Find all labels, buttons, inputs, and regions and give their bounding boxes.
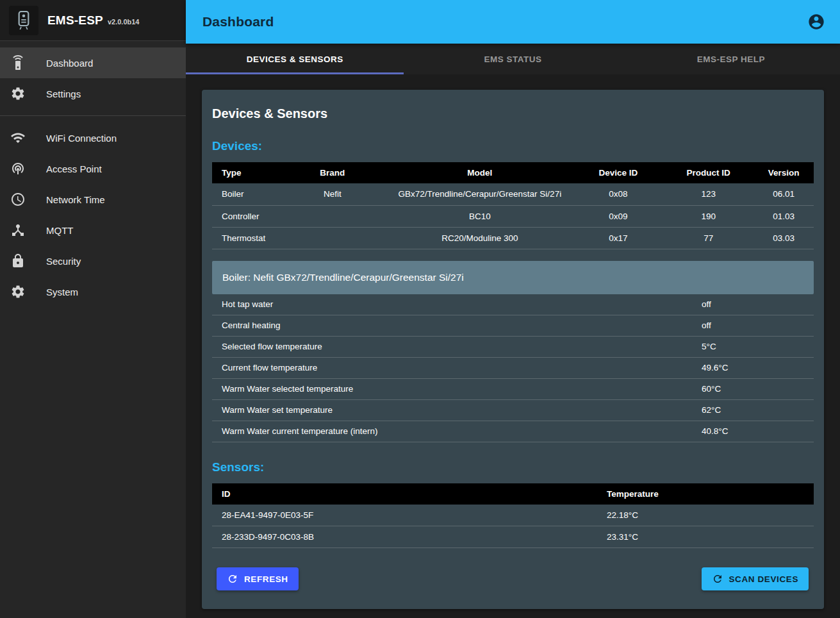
sensor-id: 28-EA41-9497-0E03-5F	[212, 505, 597, 526]
detail-label: Central heating	[222, 321, 702, 330]
app-title-wrap: EMS-ESP v2.0.0b14	[47, 13, 139, 28]
scan-devices-button-label: SCAN DEVICES	[729, 574, 798, 584]
boiler-detail-row: Central heating off	[212, 315, 814, 337]
boiler-detail-row: Selected flow temperature 5°C	[212, 337, 814, 358]
detail-value: 62°C	[702, 405, 814, 415]
refresh-icon	[712, 573, 723, 585]
sidebar-item-dashboard[interactable]: Dashboard	[0, 47, 186, 78]
device-version: 01.03	[754, 205, 814, 227]
gear-icon	[10, 86, 26, 101]
sidebar-item-label: MQTT	[46, 225, 74, 236]
device-product-id: 77	[663, 227, 754, 249]
tab-label: EMS-ESP HELP	[697, 54, 765, 64]
tab-bar: DEVICES & SENSORS EMS STATUS EMS-ESP HEL…	[186, 44, 840, 74]
tab-ems-status[interactable]: EMS STATUS	[404, 44, 622, 74]
devices-heading: Devices:	[212, 139, 814, 153]
sidebar-item-label: Settings	[46, 88, 81, 99]
detail-value: off	[702, 299, 814, 309]
sensors-table-header-row: ID Temperature	[212, 483, 814, 505]
app-title: EMS-ESP	[47, 13, 103, 28]
device-row-boiler[interactable]: Boiler Nefit GBx72/Trendline/Cerapur/Gre…	[212, 183, 814, 205]
sidebar-item-mqtt[interactable]: MQTT	[0, 215, 186, 246]
tab-ems-esp-help[interactable]: EMS-ESP HELP	[622, 44, 840, 74]
device-version: 06.01	[754, 183, 814, 205]
sensor-row: 28-233D-9497-0C03-8B 23.31°C	[212, 526, 814, 548]
device-row-thermostat[interactable]: Thermostat RC20/Moduline 300 0x17 77 03.…	[212, 227, 814, 249]
detail-label: Warm Water current temperature (intern)	[222, 426, 702, 436]
device-version: 03.03	[754, 227, 814, 249]
refresh-button[interactable]: REFRESH	[217, 567, 299, 590]
page-title: Dashboard	[202, 14, 274, 29]
device-id: 0x09	[573, 205, 663, 227]
device-model: GBx72/Trendline/Cerapur/Greenstar Si/27i	[386, 183, 573, 205]
detail-label: Warm Water selected temperature	[222, 384, 702, 394]
sidebar: EMS-ESP v2.0.0b14 Dashboard Settings	[0, 0, 186, 618]
sidebar-item-label: WiFi Connection	[46, 133, 117, 144]
device-hub-icon	[10, 222, 26, 238]
gear-icon	[10, 284, 26, 299]
detail-label: Selected flow temperature	[222, 342, 702, 351]
sidebar-item-settings[interactable]: Settings	[0, 78, 186, 109]
tab-devices-sensors[interactable]: DEVICES & SENSORS	[186, 44, 404, 74]
boiler-panel-header: Boiler: Nefit GBx72/Trendline/Cerapur/Gr…	[212, 261, 814, 294]
tab-label: DEVICES & SENSORS	[247, 54, 343, 64]
detail-value: 60°C	[702, 384, 814, 394]
main-area: Dashboard DEVICES & SENSORS EMS STATUS E…	[186, 0, 840, 618]
scan-devices-button[interactable]: SCAN DEVICES	[702, 567, 809, 590]
detail-label: Hot tap water	[222, 299, 702, 309]
sidebar-menu: Dashboard Settings WiFi Connection A	[0, 41, 186, 307]
sensor-id: 28-233D-9497-0C03-8B	[212, 526, 597, 548]
access-point-icon	[10, 161, 26, 176]
app-version: v2.0.0b14	[108, 18, 140, 26]
column-header-type: Type	[212, 162, 278, 183]
device-type: Boiler	[212, 183, 278, 205]
sidebar-header: EMS-ESP v2.0.0b14	[0, 0, 186, 41]
sensor-row: 28-EA41-9497-0E03-5F 22.18°C	[212, 505, 814, 526]
sidebar-item-system[interactable]: System	[0, 276, 186, 307]
device-type: Thermostat	[212, 227, 278, 249]
boiler-logo-icon	[13, 10, 34, 31]
sidebar-item-label: Network Time	[46, 194, 105, 205]
boiler-detail-list: Hot tap water off Central heating off Se…	[212, 294, 814, 442]
device-row-controller[interactable]: Controller BC10 0x09 190 01.03	[212, 205, 814, 227]
sidebar-item-network-time[interactable]: Network Time	[0, 184, 186, 215]
content-area: Devices & Sensors Devices: Type Brand Mo…	[186, 74, 840, 618]
refresh-icon	[227, 573, 238, 585]
clock-icon	[10, 192, 26, 207]
device-product-id: 190	[663, 205, 754, 227]
column-header-version: Version	[754, 162, 814, 183]
ems-esp-logo	[9, 6, 38, 35]
devices-table: Type Brand Model Device ID Product ID Ve…	[212, 162, 814, 249]
sidebar-item-label: Access Point	[46, 163, 102, 174]
column-header-model: Model	[386, 162, 573, 183]
column-header-id: ID	[212, 483, 597, 505]
boiler-panel-title: Boiler: Nefit GBx72/Trendline/Cerapur/Gr…	[222, 272, 464, 283]
sidebar-item-wifi-connection[interactable]: WiFi Connection	[0, 122, 186, 153]
boiler-detail-row: Current flow temperature 49.6°C	[212, 358, 814, 379]
tab-label: EMS STATUS	[484, 54, 541, 64]
boiler-detail-row: Warm Water set temperature 62°C	[212, 400, 814, 421]
app-bar: Dashboard	[186, 0, 840, 44]
account-circle-icon[interactable]	[807, 12, 826, 31]
column-header-temperature: Temperature	[597, 483, 814, 505]
sensors-heading: Sensors:	[212, 460, 814, 474]
device-brand	[278, 205, 386, 227]
sidebar-item-security[interactable]: Security	[0, 246, 186, 276]
device-model: BC10	[386, 205, 573, 227]
refresh-button-label: REFRESH	[244, 574, 288, 584]
remote-icon	[10, 55, 26, 71]
lock-icon	[10, 253, 26, 269]
device-product-id: 123	[663, 183, 754, 205]
sidebar-item-access-point[interactable]: Access Point	[0, 153, 186, 184]
device-id: 0x08	[573, 183, 663, 205]
card-actions: REFRESH SCAN DEVICES	[212, 567, 814, 590]
device-type: Controller	[212, 205, 278, 227]
ems-esp-app: EMS-ESP v2.0.0b14 Dashboard Settings	[0, 0, 840, 618]
card-title: Devices & Sensors	[212, 106, 814, 121]
detail-label: Warm Water set temperature	[222, 405, 702, 415]
device-id: 0x17	[573, 227, 663, 249]
devices-table-header-row: Type Brand Model Device ID Product ID Ve…	[212, 162, 814, 183]
column-header-device-id: Device ID	[573, 162, 663, 183]
column-header-brand: Brand	[278, 162, 386, 183]
wifi-icon	[10, 130, 26, 146]
